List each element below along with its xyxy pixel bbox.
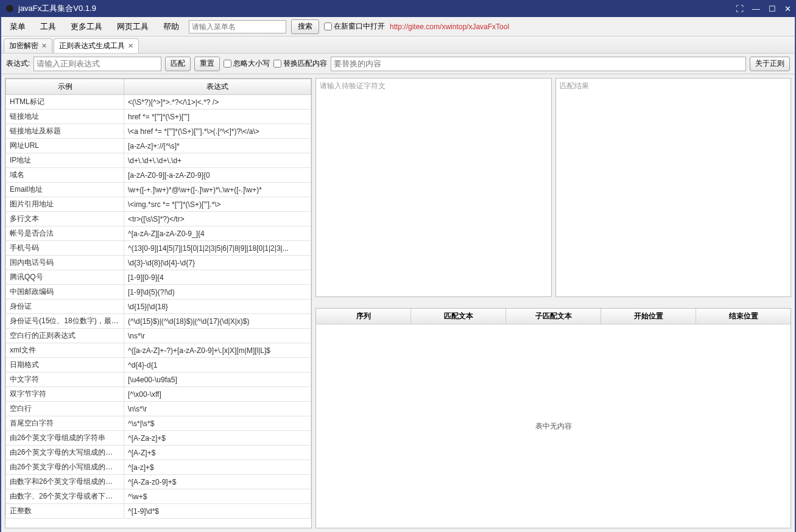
table-row[interactable]: HTML标记<(\S*?)[^>]*>.*?</\1>|<.*? />: [6, 95, 311, 110]
table-row[interactable]: 空白行的正则表达式\ns*\r: [6, 329, 311, 343]
cell-name: 多行文本: [6, 212, 124, 226]
cell-expr: ^[A-Za-z]+$: [124, 431, 311, 446]
cell-name: 由数字和26个英文字母组成的字符...: [6, 475, 124, 489]
table-row[interactable]: 国内电话号码\d{3}-\d{8}|\d{4}-\d{7}: [6, 256, 311, 270]
cell-name: 由26个英文字母的小写组成的字符...: [6, 460, 124, 475]
cell-name: 中文字符: [6, 373, 124, 387]
minimize-icon[interactable]: —: [752, 4, 760, 13]
table-row[interactable]: 链接地址及标题\<a href *= *['"]*(\S+)["'].*\>(.…: [6, 124, 311, 139]
cell-expr: \ns*\r: [124, 329, 311, 343]
cell-name: 腾讯QQ号: [6, 270, 124, 285]
menu-search-input[interactable]: [189, 20, 286, 33]
table-row[interactable]: 双字节字符[^\x00-\xff]: [6, 387, 311, 402]
table-row[interactable]: 中国邮政编码[1-9]\d{5}(?!\d): [6, 285, 311, 299]
expression-label: 表达式:: [6, 58, 30, 69]
table-row[interactable]: 日期格式^d{4}-d{1: [6, 358, 311, 373]
cell-name: 链接地址: [6, 110, 124, 124]
table-row[interactable]: 由数字、26个英文字母或者下划线...^\w+$: [6, 489, 311, 504]
table-row[interactable]: 图片引用地址\<img.*src *= *['"]*(\S+)["'].*\>: [6, 197, 311, 212]
cell-expr: \<a href *= *['"]*(\S+)["'].*\>(.[^\<]*)…: [124, 124, 311, 139]
ignore-case-input[interactable]: [224, 60, 231, 68]
cell-name: xml文件: [6, 343, 124, 358]
table-row[interactable]: 域名[a-zA-Z0-9][-a-zA-Z0-9]{0: [6, 168, 311, 183]
window-title: javaFx工具集合V0.1.9: [18, 3, 736, 14]
cell-expr: \<img.*src *= *['"]*(\S+)["'].*\>: [124, 197, 311, 212]
table-row[interactable]: Email地址\w+([-+.]\w+)*@\w+([-.]\w+)*\.\w+…: [6, 183, 311, 197]
cell-name: 由数字、26个英文字母或者下划线...: [6, 489, 124, 504]
table-row[interactable]: 网址URL[a-zA-z]+://[^\s]*: [6, 139, 311, 153]
table-row[interactable]: 链接地址href *= *['"]*(\S+)["']: [6, 110, 311, 124]
table-row[interactable]: 空白行\n\s*\r: [6, 402, 311, 416]
table-row[interactable]: 首尾空白字符^\s*|\s*$: [6, 416, 311, 431]
cell-expr: [1-9][0-9]{4: [124, 270, 311, 285]
match-button[interactable]: 匹配: [165, 57, 191, 71]
menu-item-main[interactable]: 菜单: [5, 19, 30, 34]
close-icon[interactable]: ✕: [784, 4, 791, 13]
table-row[interactable]: IP地址\d+\.\d+\.\d+\.\d+: [6, 153, 311, 168]
match-result-box[interactable]: 匹配结果: [555, 78, 792, 297]
menu-item-web-tools[interactable]: 网页工具: [112, 19, 153, 34]
horizontal-splitter[interactable]: [315, 301, 791, 304]
cell-name: Email地址: [6, 183, 124, 197]
search-button[interactable]: 搜索: [291, 19, 319, 34]
table-row[interactable]: 手机号码^(13[0-9]|14[5|7]|15[0|1|2|3|5|6|7|8…: [6, 241, 311, 256]
replace-input[interactable]: [331, 57, 746, 71]
cell-expr: ^([a-zA-Z]+-?)+[a-zA-Z0-9]+\.[x|X][m|M][…: [124, 343, 311, 358]
tab-label: 正则表达式生成工具: [59, 41, 125, 51]
cell-name: 域名: [6, 168, 124, 183]
menu-item-help[interactable]: 帮助: [158, 19, 184, 34]
content: 示例 表达式 HTML标记<(\S*?)[^>]*>.*?</\1>|<.*? …: [1, 74, 795, 532]
col-submatch[interactable]: 子匹配文本: [506, 309, 601, 324]
table-row[interactable]: 正整数^[1-9]\d*$: [6, 504, 311, 519]
cell-expr: [\u4e00-\u9fa5]: [124, 373, 311, 387]
cell-name: 中国邮政编码: [6, 285, 124, 299]
cell-expr: ^[1-9]\d*$: [124, 504, 311, 519]
replace-match-checkbox[interactable]: 替换匹配内容: [273, 58, 327, 69]
table-row[interactable]: 中文字符[\u4e00-\u9fa5]: [6, 373, 311, 387]
col-start[interactable]: 开始位置: [601, 309, 696, 324]
expression-input[interactable]: [33, 57, 161, 71]
table-row[interactable]: 身份证号(15位、18位数字)，最后...(^\d{15}$)|(^\d{18}…: [6, 314, 311, 329]
cell-name: 正整数: [6, 504, 124, 519]
open-new-window-label: 在新窗口中打开: [334, 21, 385, 32]
cell-expr: [1-9]\d{5}(?!\d): [124, 285, 311, 299]
expand-icon[interactable]: ⛶: [736, 4, 744, 13]
table-row[interactable]: 由26个英文字母组成的字符串^[A-Za-z]+$: [6, 431, 311, 446]
table-row[interactable]: 由26个英文字母的大写组成的字符...^[A-Z]+$: [6, 446, 311, 460]
tab-close-icon[interactable]: ✕: [41, 42, 47, 50]
menu-item-tools[interactable]: 工具: [35, 19, 61, 34]
examples-table-wrap[interactable]: 示例 表达式 HTML标记<(\S*?)[^>]*>.*?</\1>|<.*? …: [5, 78, 312, 528]
table-row[interactable]: 由数字和26个英文字母组成的字符...^[A-Za-z0-9]+$: [6, 475, 311, 489]
maximize-icon[interactable]: ☐: [769, 4, 776, 13]
col-end[interactable]: 结束位置: [696, 309, 791, 324]
tab-encrypt[interactable]: 加密解密 ✕: [4, 38, 52, 53]
about-regex-button[interactable]: 关于正则: [750, 57, 790, 71]
cell-expr: ^[a-z]+$: [124, 460, 311, 475]
table-row[interactable]: 多行文本<tr>([\s\S]*?)</tr>: [6, 212, 311, 226]
col-expression[interactable]: 表达式: [124, 79, 311, 95]
table-row[interactable]: xml文件^([a-zA-Z]+-?)+[a-zA-Z0-9]+\.[x|X][…: [6, 343, 311, 358]
tab-regex[interactable]: 正则表达式生成工具 ✕: [54, 38, 139, 53]
col-example[interactable]: 示例: [6, 79, 124, 95]
col-seq[interactable]: 序列: [316, 309, 411, 324]
menu-item-more-tools[interactable]: 更多工具: [66, 19, 107, 34]
replace-match-input[interactable]: [273, 60, 281, 68]
cell-expr: ^\s*|\s*$: [124, 416, 311, 431]
table-row[interactable]: 腾讯QQ号[1-9][0-9]{4: [6, 270, 311, 285]
reset-button[interactable]: 重置: [194, 57, 220, 71]
open-new-window-checkbox[interactable]: 在新窗口中打开: [324, 21, 385, 32]
test-input[interactable]: 请输入待验证字符文: [315, 78, 552, 297]
tab-close-icon[interactable]: ✕: [128, 42, 133, 50]
right-panel: 请输入待验证字符文 匹配结果 序列 匹配文本 子匹配文本 开始位置 结束位置 表…: [315, 74, 795, 532]
result-table-area: 序列 匹配文本 子匹配文本 开始位置 结束位置 表中无内容: [315, 308, 791, 528]
cell-expr: ^[A-Z]+$: [124, 446, 311, 460]
regex-toolbar: 表达式: 匹配 重置 忽略大小写 替换匹配内容 关于正则: [1, 54, 795, 74]
table-row[interactable]: 由26个英文字母的小写组成的字符...^[a-z]+$: [6, 460, 311, 475]
col-matchtext[interactable]: 匹配文本: [411, 309, 506, 324]
result-empty: 表中无内容: [316, 324, 791, 528]
open-new-window-input[interactable]: [324, 23, 332, 30]
ignore-case-checkbox[interactable]: 忽略大小写: [224, 58, 270, 69]
repo-link[interactable]: http://gitee.com/xwintop/xJavaFxTool: [390, 23, 509, 31]
table-row[interactable]: 身份证\d{15}|\d{18}: [6, 299, 311, 314]
table-row[interactable]: 帐号是否合法^[a-zA-Z][a-zA-Z0-9_]{4: [6, 226, 311, 241]
